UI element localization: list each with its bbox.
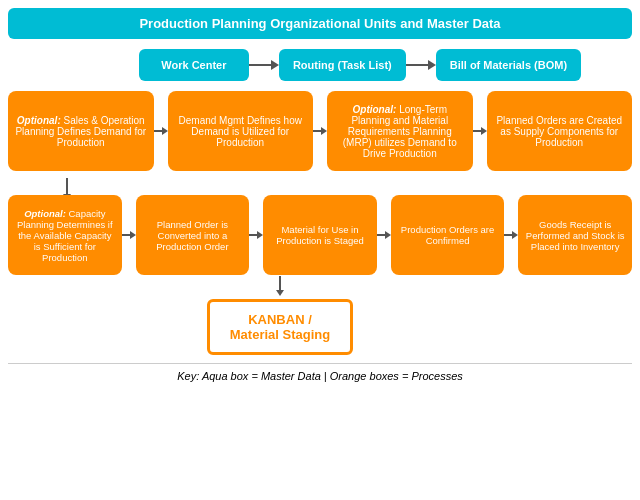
kanban-arrow-head — [276, 290, 284, 296]
bom-box: Bill of Materials (BOM) — [436, 49, 581, 81]
bot-process-row: Optional: Capacity Planning Determines i… — [8, 195, 632, 275]
key-row: Key: Aqua box = Master Data | Orange box… — [8, 363, 632, 382]
capacity-box: Optional: Capacity Planning Determines i… — [8, 195, 122, 275]
arrow-mid-1 — [154, 123, 168, 139]
master-data-row: Work Center Routing (Task List) Bill of … — [88, 49, 632, 81]
arrow-routing-to-bom — [406, 57, 436, 73]
prod-confirmed-box: Production Orders are Confirmed — [391, 195, 505, 275]
goods-receipt-box: Goods Receipt is Performed and Stock is … — [518, 195, 632, 275]
kanban-line1: KANBAN / — [248, 312, 312, 327]
diagram-container: Production Planning Organizational Units… — [0, 0, 640, 500]
arrow-bot-2 — [249, 227, 263, 243]
key-text: Key: Aqua box = Master Data | Orange box… — [177, 370, 463, 382]
arrow-bot-3 — [377, 227, 391, 243]
arrow-bot-4 — [504, 227, 518, 243]
kanban-box: KANBAN / Material Staging — [207, 299, 353, 355]
kanban-down-arrow — [279, 276, 281, 290]
kanban-line2: Material Staging — [230, 327, 330, 342]
arrow-mid-3 — [473, 123, 487, 139]
header-title: Production Planning Organizational Units… — [8, 8, 632, 39]
routing-box: Routing (Task List) — [279, 49, 406, 81]
arrow-bot-1 — [122, 227, 136, 243]
mid-process-row: Optional: Sales & Operation Planning Def… — [8, 91, 632, 171]
arrow-mid-2 — [313, 123, 327, 139]
planned-orders-box: Planned Orders are Created as Supply Com… — [487, 91, 633, 171]
planned-order-convert-box: Planned Order is Converted into a Produc… — [136, 195, 250, 275]
work-center-box: Work Center — [139, 49, 249, 81]
sales-op-box: Optional: Sales & Operation Planning Def… — [8, 91, 154, 171]
arrow-wc-to-routing — [249, 57, 279, 73]
down-arrow-section — [8, 177, 632, 195]
kanban-section: KANBAN / Material Staging — [0, 299, 632, 355]
demand-mgmt-box: Demand Mgmt Defines how Demand is Utiliz… — [168, 91, 314, 171]
long-term-box: Optional: Long-Term Planning and Materia… — [327, 91, 473, 171]
kanban-arrow-section — [0, 275, 632, 291]
material-staged-box: Material for Use in Production is Staged — [263, 195, 377, 275]
down-arrow — [66, 178, 68, 194]
